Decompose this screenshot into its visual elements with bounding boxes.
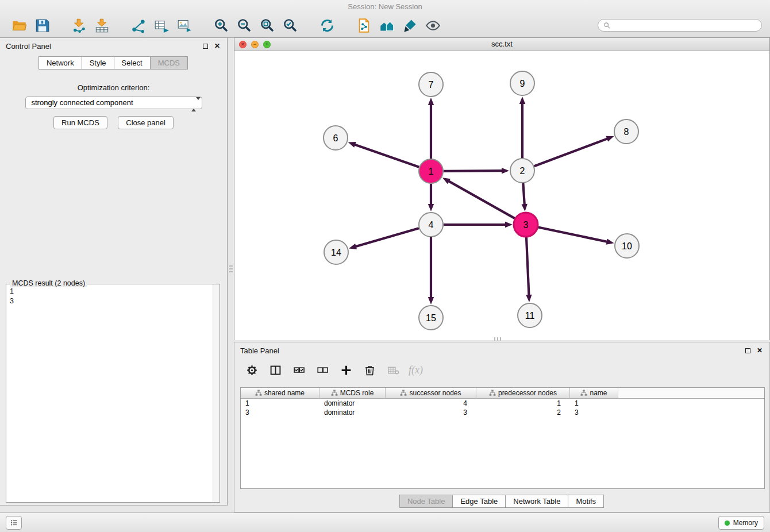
table-cell[interactable]: 3 [570,408,618,417]
graph-node-1[interactable]: 1 [419,159,443,183]
add-column-button[interactable] [338,362,354,378]
window-minimize-button[interactable]: − [251,41,259,48]
export-image-button[interactable] [175,16,194,35]
table-tab-node-table[interactable]: Node Table [399,495,453,508]
edge-1-6[interactable] [353,144,419,167]
table-cell[interactable]: 1 [570,399,618,408]
table-row[interactable]: 1dominator411 [241,399,764,408]
style-painter-button[interactable] [400,16,419,35]
edge-4-14[interactable] [355,228,419,247]
zoom-fit-button[interactable] [257,16,277,35]
node-label: 10 [622,241,632,251]
column-header-MCDS-role[interactable]: MCDS role [319,388,386,399]
table-cell[interactable]: 2 [476,408,570,417]
table-settings-button[interactable] [244,362,260,378]
result-scrollbar[interactable] [213,284,220,502]
table-tab-network-table[interactable]: Network Table [505,495,568,508]
window-close-button[interactable]: × [239,41,247,48]
table-cell[interactable]: 1 [241,399,319,408]
graph-node-4[interactable]: 4 [419,213,443,237]
node-label: 9 [520,79,525,88]
edge-1-2[interactable] [444,171,503,171]
export-network-button[interactable] [129,16,148,35]
float-table-panel-icon[interactable] [745,348,750,353]
edge-3-11[interactable] [526,237,529,296]
close-table-panel-icon[interactable]: ✕ [757,348,763,354]
network-document-button[interactable] [354,16,374,35]
mcds-result-box: MCDS result (2 nodes) 13 [6,284,220,503]
houses-icon [379,18,395,33]
edge-arrowhead [428,204,434,211]
graph-node-8[interactable]: 8 [614,119,638,144]
table-row[interactable]: 3dominator323 [241,408,764,417]
table-cell[interactable]: dominator [319,399,386,408]
edge-arrowhead [428,297,434,304]
close-panel-icon[interactable]: ✕ [214,43,220,49]
column-tree-icon [580,390,587,396]
search-input[interactable] [614,21,756,30]
delete-table-button[interactable] [385,362,401,378]
column-header-name[interactable]: name [570,388,618,399]
edge-3-1[interactable] [448,180,515,218]
select-all-columns-button[interactable] [291,362,307,378]
table-cell[interactable]: 3 [241,408,319,417]
export-table-button[interactable] [152,16,171,35]
edge-2-8[interactable] [534,138,609,167]
table-cell[interactable]: 3 [386,408,476,417]
graph-node-2[interactable]: 2 [510,159,534,183]
export-image-icon [177,18,192,33]
table-tab-edge-table[interactable]: Edge Table [452,495,506,508]
open-session-button[interactable] [9,16,29,35]
zoom-selected-button[interactable] [280,16,300,35]
overview-button[interactable] [377,16,396,35]
run-mcds-button[interactable]: Run MCDS [53,116,107,129]
graph-node-11[interactable]: 11 [518,303,542,327]
memory-status-dot [725,521,730,526]
graph-node-9[interactable]: 9 [510,71,534,95]
zoom-out-button[interactable] [234,16,254,35]
edge-3-10[interactable] [538,228,609,242]
zoom-in-button[interactable] [211,16,231,35]
deselect-all-columns-button[interactable] [314,362,330,378]
column-header-predecessor-nodes[interactable]: predecessor nodes [476,388,570,399]
network-canvas[interactable]: 7968124314101511 [234,51,769,340]
table-tab-motifs[interactable]: Motifs [568,495,604,508]
table-cell[interactable]: 1 [476,399,570,408]
vertical-splitter-handle[interactable] [229,265,233,272]
edge-2-3[interactable] [523,183,524,206]
edge-arrowhead [442,178,451,184]
float-panel-icon[interactable] [203,44,208,49]
graph-node-15[interactable]: 15 [419,306,443,330]
control-tab-select[interactable]: Select [114,56,151,70]
delete-column-button[interactable] [361,362,378,378]
graph-node-10[interactable]: 10 [615,234,639,258]
graph-node-3[interactable]: 3 [514,213,538,237]
table-cell[interactable]: dominator [319,408,386,417]
graph-node-6[interactable]: 6 [324,126,348,150]
function-builder-button[interactable]: f(x) [409,364,423,376]
folder-open-icon [11,18,27,33]
import-network-button[interactable] [69,16,88,35]
save-session-button[interactable] [32,16,52,35]
refresh-button[interactable] [317,16,337,35]
node-label: 7 [429,80,434,90]
task-history-button[interactable] [6,516,22,530]
import-table-button[interactable] [92,16,111,35]
zoom-selected-icon [283,18,298,33]
window-zoom-button[interactable]: + [263,41,271,48]
horizontal-splitter-handle[interactable] [494,337,501,341]
graph-node-7[interactable]: 7 [419,72,443,97]
control-tab-mcds[interactable]: MCDS [150,56,188,70]
column-header-successor-nodes[interactable]: successor nodes [386,388,476,399]
control-tab-style[interactable]: Style [82,56,114,70]
toggle-visibility-button[interactable] [423,16,442,35]
column-header-shared-name[interactable]: shared name [241,388,319,399]
show-columns-button[interactable] [267,362,283,378]
memory-button[interactable]: Memory [718,516,764,530]
close-panel-button[interactable]: Close panel [118,116,174,129]
graph-node-14[interactable]: 14 [324,240,348,264]
table-cell[interactable]: 4 [386,399,476,408]
control-tab-network[interactable]: Network [38,56,82,70]
optimization-criterion-select[interactable]: strongly connected component [25,97,202,109]
mcds-buttons: Run MCDS Close panel [0,116,227,129]
